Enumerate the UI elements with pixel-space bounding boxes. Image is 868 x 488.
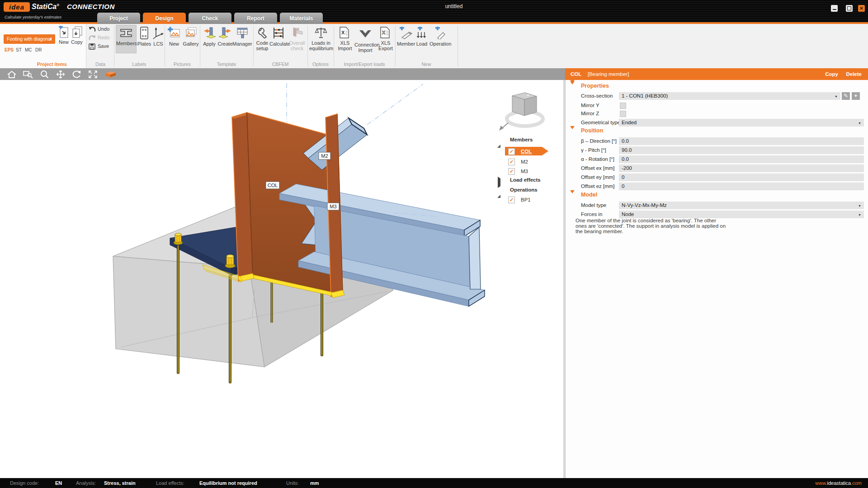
new-member-button[interactable]: Member	[397, 27, 415, 47]
code-eps[interactable]: EPS	[5, 47, 14, 52]
section-position-title: Position	[581, 127, 603, 134]
create-template-button[interactable]: Create	[217, 27, 233, 47]
apply-template-button[interactable]: Apply	[202, 27, 217, 47]
zoom-icon[interactable]	[40, 70, 50, 79]
tree-item-bp1[interactable]: BP1	[521, 197, 531, 202]
scene-3d: COL M2 M3	[0, 80, 565, 478]
geometrical-type-select[interactable]: Ended▼	[619, 119, 864, 127]
code-mc[interactable]: MC	[25, 47, 32, 52]
zoom-window-icon[interactable]	[23, 70, 34, 79]
model-type-label: Model type	[581, 202, 606, 208]
beta-label: β – Direction [°]	[581, 138, 617, 144]
gamma-input[interactable]: 90.0	[619, 146, 864, 154]
copy-project-item-icon[interactable]	[71, 26, 82, 40]
checkbox-col[interactable]: ✓	[508, 148, 515, 155]
offset-ey-input[interactable]: 0	[619, 174, 864, 181]
save-button[interactable]: Save	[89, 43, 96, 52]
code-st[interactable]: ST	[16, 47, 22, 52]
alpha-input[interactable]: 0.0	[619, 155, 864, 163]
checkbox-bp1[interactable]: ✓	[508, 197, 515, 203]
new-operation-icon	[434, 27, 447, 39]
viewport-3d[interactable]: COL M2 M3	[0, 80, 565, 478]
website-link[interactable]: www.ideastatica.com	[815, 478, 862, 488]
minimize-button[interactable]	[831, 5, 838, 12]
home-icon[interactable]	[6, 70, 17, 79]
tree-operations[interactable]: Operations	[510, 187, 538, 192]
offset-ez-input[interactable]: 0	[619, 183, 864, 190]
mirror-z-checkbox[interactable]	[620, 111, 626, 117]
plates-button[interactable]: Plates	[137, 27, 152, 47]
group-new: New	[395, 61, 458, 67]
design-code-value: EN	[55, 478, 62, 488]
view-cube[interactable]	[499, 93, 543, 131]
cross-section-select[interactable]: 1 - CON1 (HEB300)▼	[619, 92, 840, 100]
rotate-icon[interactable]	[71, 70, 82, 79]
new-load-button[interactable]: Load	[415, 27, 429, 47]
tab-project[interactable]: Project	[97, 13, 140, 24]
tree-operations-expander[interactable]	[497, 187, 500, 195]
checkbox-m3[interactable]: ✓	[508, 168, 515, 175]
xls-export-label: XLS	[377, 40, 394, 46]
divider	[395, 26, 396, 66]
mirror-y-checkbox[interactable]	[620, 103, 626, 109]
section-properties-collapse[interactable]	[570, 84, 575, 93]
section-model-title: Model	[581, 192, 597, 198]
undo-label: Undo	[98, 26, 109, 32]
gallery-button[interactable]: Gallery	[182, 27, 200, 47]
template-manager-button[interactable]: Manager	[232, 27, 252, 47]
new-operation-button[interactable]: Operation	[429, 27, 451, 47]
model-type-select[interactable]: N-Vy-Vz-Mx-My-Mz▼	[619, 202, 864, 209]
members-button[interactable]: Members	[116, 25, 137, 53]
code-dr[interactable]: DR	[35, 47, 42, 52]
project-item-combo[interactable]: Footing with diagonal▼	[4, 34, 55, 44]
overall-check-button[interactable]: Overall check	[288, 27, 307, 51]
xls-export-label2: Export	[377, 46, 394, 51]
close-button[interactable]: ✕	[858, 5, 865, 12]
section-model-collapse[interactable]	[570, 193, 575, 202]
panel-delete-button[interactable]: Delete	[846, 68, 862, 80]
tree-members-expander[interactable]	[497, 137, 500, 145]
xls-export-button[interactable]: X XLS Export	[377, 27, 394, 51]
undo-button[interactable]: Undo	[89, 26, 96, 34]
load-effects-label: Load effects:	[156, 478, 184, 488]
new-picture-button[interactable]: New	[166, 27, 182, 47]
zoom-all-icon[interactable]	[88, 70, 99, 79]
maximize-button[interactable]	[846, 5, 853, 12]
redo-button[interactable]: Redo	[89, 35, 96, 43]
beta-input[interactable]: 0.0	[619, 137, 864, 145]
add-cross-section-button[interactable]: +	[852, 92, 860, 100]
pan-icon[interactable]	[55, 70, 66, 79]
tab-check[interactable]: Check	[189, 13, 231, 24]
new-operation-label: Operation	[429, 41, 451, 47]
lcs-button[interactable]: LCS	[152, 27, 165, 47]
tab-report[interactable]: Report	[234, 13, 277, 24]
solid-brick-icon[interactable]	[105, 70, 117, 78]
tab-design[interactable]: Design	[143, 13, 186, 24]
section-position-collapse[interactable]	[570, 129, 575, 137]
tree-item-m3[interactable]: M3	[521, 169, 528, 174]
edit-cross-section-button[interactable]: ✎	[842, 92, 850, 100]
tree-item-m2[interactable]: M2	[521, 159, 528, 164]
forces-in-select[interactable]: Node▼	[619, 211, 864, 218]
tab-materials[interactable]: Materials	[280, 13, 323, 24]
new-member-icon	[399, 27, 413, 39]
xls-import-button[interactable]: X XLS Import	[336, 27, 354, 51]
tree-members[interactable]: Members	[510, 137, 533, 142]
tree-load-effects-expander[interactable]	[498, 178, 500, 187]
tree-item-col[interactable]: COL	[521, 149, 532, 154]
new-picture-icon	[168, 27, 180, 39]
loads-in-equilibrium-button[interactable]: Loads in equilibrium	[309, 27, 333, 51]
offset-ex-input[interactable]: -200	[619, 164, 864, 172]
code-setup-button[interactable]: Code setup	[255, 27, 269, 51]
checkbox-m2[interactable]: ✓	[508, 159, 515, 165]
divider	[307, 26, 308, 66]
divider	[165, 26, 165, 66]
panel-copy-button[interactable]: Copy	[825, 68, 838, 80]
divider	[334, 26, 334, 66]
connection-import-button[interactable]: Connection Import	[354, 27, 376, 53]
new-project-item-icon[interactable]	[58, 26, 69, 40]
tree-load-effects[interactable]: Load effects	[510, 177, 541, 183]
calculate-button[interactable]: Calculate	[269, 27, 288, 47]
template-manager-icon	[236, 27, 249, 39]
analysis-value: Stress, strain	[104, 478, 136, 488]
